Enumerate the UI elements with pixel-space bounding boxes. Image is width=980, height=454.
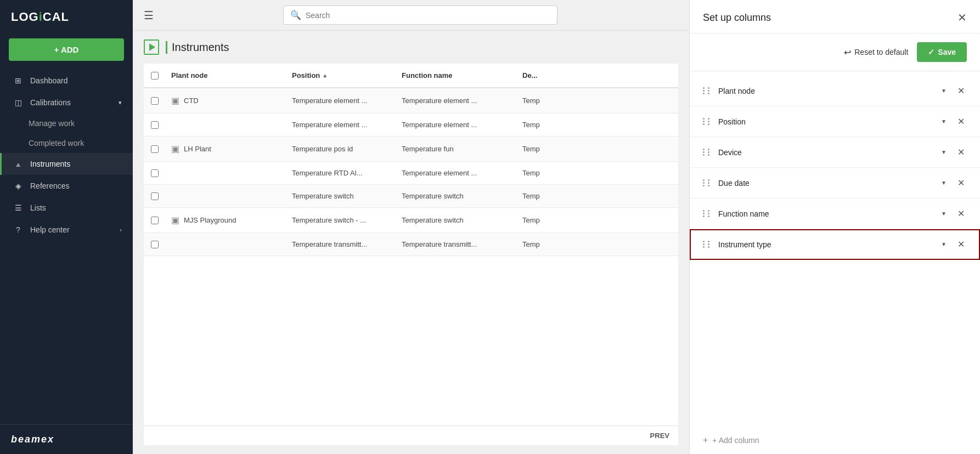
center-and-right: ☰ 🔍 Instruments xyxy=(133,0,980,454)
td-plant-node xyxy=(166,118,286,132)
column-dropdown-button[interactable]: ▼ xyxy=(939,239,949,249)
row-checkbox[interactable] xyxy=(151,169,159,177)
folder-icon: ▣ xyxy=(171,95,179,106)
save-label: Save xyxy=(938,48,956,56)
table-header: Plant node Position ▲ Function name De..… xyxy=(144,64,678,88)
beamex-logo: beamex xyxy=(11,434,122,445)
column-dropdown-button[interactable]: ▼ xyxy=(939,116,949,127)
column-remove-button[interactable]: ✕ xyxy=(955,83,967,98)
column-remove-button[interactable]: ✕ xyxy=(955,175,967,190)
search-bar: 🔍 xyxy=(283,5,557,25)
row-checkbox[interactable] xyxy=(151,241,159,248)
column-remove-button[interactable]: ✕ xyxy=(955,145,967,160)
drag-handle[interactable] xyxy=(703,118,712,125)
sidebar-item-calibrations[interactable]: ◫ Calibrations ▾ xyxy=(0,92,133,114)
drag-handle[interactable] xyxy=(703,179,712,186)
folder-icon: ▣ xyxy=(171,215,179,225)
column-label: Device xyxy=(718,148,932,157)
sidebar-item-completed-work[interactable]: Completed work xyxy=(0,133,133,153)
right-panel: Set up columns ✕ ↩ Reset to default ✓ Sa… xyxy=(689,0,980,454)
page-title: Instruments xyxy=(166,41,229,54)
plus-icon: + xyxy=(703,435,708,445)
th-position[interactable]: Position ▲ xyxy=(286,64,396,87)
search-input[interactable] xyxy=(306,11,550,20)
sidebar-item-label: Lists xyxy=(30,203,46,212)
app-logo: LOGiCAL xyxy=(11,10,69,24)
column-item-device: Device ▼ ✕ xyxy=(690,137,980,168)
td-device: Temp xyxy=(517,89,572,112)
panel-close-button[interactable]: ✕ xyxy=(958,11,967,24)
column-dropdown-button[interactable]: ▼ xyxy=(939,147,949,157)
sidebar-sub-label: Completed work xyxy=(29,139,84,147)
td-position: Temperature element ... xyxy=(286,89,396,112)
sidebar-item-label: Instruments xyxy=(30,160,70,168)
column-label: Position xyxy=(718,117,932,126)
sidebar-item-references[interactable]: ◈ References xyxy=(0,175,133,197)
row-checkbox[interactable] xyxy=(151,121,159,129)
table-row: ▣LH Plant Temperature pos id Temperature… xyxy=(144,137,678,162)
pagination-prev[interactable]: PREV xyxy=(650,432,669,440)
select-all-checkbox[interactable] xyxy=(151,72,159,80)
td-position: Temperature switch - ... xyxy=(286,209,396,231)
drag-handle[interactable] xyxy=(703,241,712,248)
td-select xyxy=(144,162,166,184)
panel-actions: ↩ Reset to default ✓ Save xyxy=(690,33,980,71)
sidebar-item-label: Help center xyxy=(30,225,70,234)
table-row: ▣CTD Temperature element ... Temperature… xyxy=(144,88,678,114)
checkmark-icon: ✓ xyxy=(928,48,934,56)
td-position: Temperature element ... xyxy=(286,114,396,136)
th-function-name: Function name xyxy=(396,64,517,87)
sidebar-item-label: Dashboard xyxy=(30,76,68,85)
reset-to-default-button[interactable]: ↩ Reset to default xyxy=(844,47,908,58)
sidebar-item-label: References xyxy=(30,181,70,190)
td-select xyxy=(144,138,166,160)
panel-title: Set up columns xyxy=(703,12,771,24)
add-button[interactable]: + ADD xyxy=(9,38,124,61)
table-row: Temperature switch Temperature switch Te… xyxy=(144,185,678,208)
column-item-due-date: Due date ▼ ✕ xyxy=(690,168,980,198)
add-column-button[interactable]: + + Add column xyxy=(690,427,980,454)
row-checkbox[interactable] xyxy=(151,192,159,200)
reset-icon: ↩ xyxy=(844,47,851,58)
th-plant-node: Plant node xyxy=(166,64,286,87)
sidebar: LOGiCAL + ADD ⊞ Dashboard ◫ Calibrations… xyxy=(0,0,133,454)
drag-handle[interactable] xyxy=(703,87,712,94)
row-checkbox[interactable] xyxy=(151,217,159,224)
save-button[interactable]: ✓ Save xyxy=(917,42,967,62)
hamburger-button[interactable]: ☰ xyxy=(144,9,154,22)
td-select xyxy=(144,209,166,231)
td-function-name: Temperature element ... xyxy=(396,89,517,112)
row-checkbox[interactable] xyxy=(151,145,159,153)
td-plant-node: ▣MJS Playground xyxy=(166,208,286,232)
column-remove-button[interactable]: ✕ xyxy=(955,114,967,129)
column-dropdown-button[interactable]: ▼ xyxy=(939,86,949,96)
td-function-name: Temperature element ... xyxy=(396,114,517,136)
drag-handle[interactable] xyxy=(703,149,712,156)
sidebar-item-help-center[interactable]: ? Help center › xyxy=(0,219,133,241)
content-header: Instruments xyxy=(144,39,678,55)
columns-list: Plant node ▼ ✕ Position ▼ ✕ xyxy=(690,71,980,427)
column-dropdown-button[interactable]: ▼ xyxy=(939,178,949,188)
sidebar-item-manage-work[interactable]: Manage work xyxy=(0,114,133,133)
td-select xyxy=(144,114,166,136)
column-label: Plant node xyxy=(718,87,932,95)
sidebar-item-dashboard[interactable]: ⊞ Dashboard xyxy=(0,70,133,92)
td-device: Temp xyxy=(517,114,572,136)
td-plant-node: ▣CTD xyxy=(166,88,286,113)
sidebar-item-label: Calibrations xyxy=(30,98,71,107)
table-row: Temperature RTD Al... Temperature elemen… xyxy=(144,162,678,185)
play-button[interactable] xyxy=(144,39,159,55)
column-label: Instrument type xyxy=(718,240,932,249)
sidebar-item-instruments[interactable]: ⟁ Instruments xyxy=(0,153,133,175)
app-wrapper: LOGiCAL + ADD ⊞ Dashboard ◫ Calibrations… xyxy=(0,0,980,454)
column-dropdown-button[interactable]: ▼ xyxy=(939,208,949,219)
drag-handle[interactable] xyxy=(703,210,712,217)
sidebar-item-lists[interactable]: ☰ Lists xyxy=(0,197,133,219)
sidebar-footer: beamex xyxy=(0,424,133,454)
th-device: De... xyxy=(517,64,572,87)
reset-label: Reset to default xyxy=(854,48,908,56)
column-remove-button[interactable]: ✕ xyxy=(955,237,967,252)
column-remove-button[interactable]: ✕ xyxy=(955,206,967,221)
calibrations-icon: ◫ xyxy=(13,98,24,107)
row-checkbox[interactable] xyxy=(151,97,159,105)
